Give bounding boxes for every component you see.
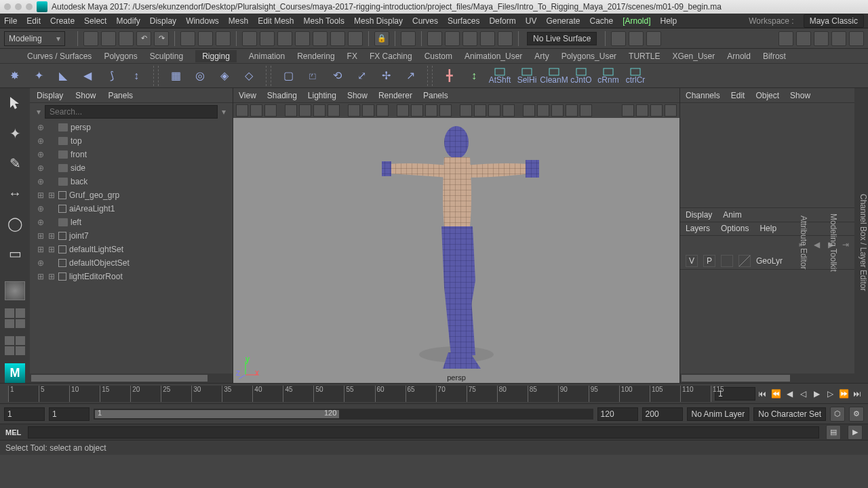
outliner-hscrollbar[interactable] xyxy=(30,373,233,383)
snap-grid-icon[interactable] xyxy=(242,31,257,46)
shelf-tab[interactable]: Arnold xyxy=(727,52,751,61)
dock-tab-attribute-editor[interactable]: Attribute Editor xyxy=(799,216,808,269)
paint-effects-icon[interactable] xyxy=(796,31,811,46)
point-constraint-icon[interactable]: ⏍ xyxy=(302,66,323,86)
viewport-icon[interactable] xyxy=(236,104,248,117)
lasso-tool-icon[interactable]: ✦ xyxy=(3,122,26,144)
play-backward-icon[interactable]: ◁ xyxy=(796,387,810,401)
maya-logo-icon[interactable]: M xyxy=(5,363,25,383)
viewport-icon[interactable] xyxy=(650,104,663,117)
scale-constraint-icon[interactable]: ✢ xyxy=(376,66,396,86)
menu-file[interactable]: File xyxy=(4,16,17,26)
outliner-menu-panels[interactable]: Panels xyxy=(108,91,133,100)
dock-tab-channel-box[interactable]: Channel Box / Layer Editor xyxy=(859,194,868,291)
command-lang-label[interactable]: MEL xyxy=(5,428,21,436)
paint-select-tool-icon[interactable]: ✎ xyxy=(3,152,26,174)
ipr-render-icon[interactable] xyxy=(445,31,460,46)
script-editor-icon[interactable]: ▤ xyxy=(826,425,841,440)
layers-help-menu[interactable]: Help xyxy=(760,224,776,233)
shelf-tab[interactable]: Polygons xyxy=(104,52,137,61)
dock-tab-modeling-toolkit[interactable]: Modeling Toolkit xyxy=(829,214,838,272)
go-to-end-icon[interactable]: ⏭ xyxy=(850,387,864,401)
shelf-tab[interactable]: TURTLE xyxy=(629,52,660,61)
autokey-icon[interactable]: ⬡ xyxy=(830,407,845,422)
scrollbar-thumb[interactable] xyxy=(682,375,790,382)
scale-tool-icon[interactable]: ▭ xyxy=(3,243,26,264)
viewport-icon[interactable] xyxy=(376,104,389,117)
viewport-icon[interactable] xyxy=(523,104,535,117)
macos-minimize-icon[interactable] xyxy=(15,3,22,10)
select-mode-icon[interactable] xyxy=(216,31,231,46)
outliner-item[interactable]: ⊕front xyxy=(30,148,233,161)
outliner-item[interactable]: ⊞⊞joint7 xyxy=(30,229,233,243)
layer-hscrollbar[interactable] xyxy=(680,373,854,383)
expand-icon[interactable]: ⊕ xyxy=(37,258,45,268)
time-ruler[interactable]: 1510152025303540455055606570758085909510… xyxy=(8,386,711,402)
single-pane-layout-icon[interactable] xyxy=(5,281,25,301)
menu-deform[interactable]: Deform xyxy=(489,16,515,26)
ik-handle-icon[interactable]: ◣ xyxy=(53,66,73,86)
chevron-down-icon[interactable]: ▾ xyxy=(218,107,230,117)
step-forward-key-icon[interactable]: ⏩ xyxy=(837,387,850,401)
shelf-tab[interactable]: Animation xyxy=(249,52,285,61)
shelf-tab[interactable]: Custom xyxy=(425,52,452,61)
new-scene-icon[interactable] xyxy=(83,31,98,46)
render-current-icon[interactable] xyxy=(427,31,442,46)
expand-icon[interactable]: ⊕ xyxy=(37,177,45,186)
view-menu-renderer[interactable]: Renderer xyxy=(378,91,412,100)
cjnto-icon[interactable]: cJntO xyxy=(570,66,593,86)
expand-icon[interactable]: ⊕ xyxy=(37,150,45,159)
viewport-icon[interactable] xyxy=(348,104,360,117)
range-start-in-input[interactable] xyxy=(49,407,90,421)
viewport-icon[interactable] xyxy=(313,104,326,117)
menu-generate[interactable]: Generate xyxy=(546,16,580,26)
blend-shape-icon[interactable]: ◈ xyxy=(214,66,235,86)
constraint-icon[interactable]: ▢ xyxy=(278,66,298,86)
shelf-tab[interactable]: FX xyxy=(347,52,357,61)
layers-menu[interactable]: Layers xyxy=(686,224,710,233)
viewport-scene[interactable]: y x z persp xyxy=(233,118,679,383)
shelf-tab[interactable]: Animation_User xyxy=(465,52,522,61)
menu-windows[interactable]: Windows xyxy=(186,16,219,26)
panel-layout-icon[interactable] xyxy=(611,31,626,46)
skin-bind-icon[interactable]: ◀ xyxy=(77,66,98,86)
outliner-item[interactable]: ⊕back xyxy=(30,175,233,188)
expand-icon[interactable]: ⊞ xyxy=(37,231,45,241)
redo-icon[interactable]: ↷ xyxy=(154,31,169,46)
outliner-item[interactable]: ⊞⊞lightEditorRoot xyxy=(30,270,233,283)
layer-visible-cell[interactable]: V xyxy=(686,255,698,267)
expand-icon[interactable]: ⊞ xyxy=(37,272,45,281)
viewport-icon[interactable] xyxy=(580,104,592,117)
viewport-icon[interactable] xyxy=(566,104,578,117)
macos-close-icon[interactable] xyxy=(4,3,11,10)
view-menu-shading[interactable]: Shading xyxy=(267,91,297,100)
prefs-icon[interactable]: ⚙ xyxy=(849,407,864,422)
go-to-start-icon[interactable]: ⏮ xyxy=(755,387,769,401)
outliner-item[interactable]: ⊕persp xyxy=(30,121,233,134)
character-mesh[interactable] xyxy=(368,125,545,375)
script-result-icon[interactable]: ▶ xyxy=(848,425,863,440)
menu-surfaces[interactable]: Surfaces xyxy=(448,16,479,26)
viewport-icon[interactable] xyxy=(250,104,262,117)
menu-modify[interactable]: Modify xyxy=(116,16,140,26)
view-menu-view[interactable]: View xyxy=(239,91,256,100)
freeze-transform-icon[interactable]: ↕ xyxy=(464,66,484,86)
expand-icon[interactable]: ⊕ xyxy=(37,163,45,173)
viewport-icon[interactable] xyxy=(460,104,472,117)
cleanm-icon[interactable]: CleanM xyxy=(542,66,566,86)
aim-constraint-icon[interactable]: ↗ xyxy=(400,66,420,86)
viewport-icon[interactable] xyxy=(551,104,564,117)
shelf-tab[interactable]: Polygons_User xyxy=(561,52,616,61)
parent-constraint-icon[interactable]: ⤢ xyxy=(351,66,372,86)
layer-template-cell[interactable] xyxy=(721,255,733,267)
workspace-picker[interactable]: Maya Classic xyxy=(804,14,864,28)
snap-point-icon[interactable] xyxy=(277,31,292,46)
undo-icon[interactable]: ↶ xyxy=(136,31,151,46)
expand-icon[interactable]: ⊕ xyxy=(37,204,45,214)
range-slider-track[interactable]: 1 120 xyxy=(94,409,593,420)
layer-tab-anim[interactable]: Anim xyxy=(723,210,741,220)
menu-mesh[interactable]: Mesh xyxy=(229,16,248,26)
step-back-icon[interactable]: ◀ xyxy=(783,387,796,401)
four-pane-layout-icon[interactable] xyxy=(5,308,25,328)
layer-color-cell[interactable] xyxy=(738,255,751,267)
